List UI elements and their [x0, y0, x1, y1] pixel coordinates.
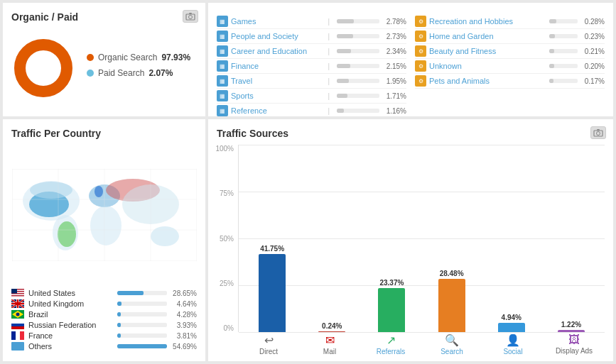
- country-bar-wrap: [117, 333, 167, 338]
- cat-bar-container: [549, 79, 578, 83]
- categories-grid: ▦ Games | 2.78% ▦ People and Society | 2…: [217, 14, 605, 116]
- cat-bar: [337, 109, 344, 113]
- paid-value: 2.07%: [148, 68, 173, 78]
- cat-pct: 1.71%: [384, 92, 406, 100]
- cat-pct: 0.20%: [582, 62, 605, 70]
- y-label: 0%: [224, 324, 234, 332]
- cat-icon: ▦: [217, 31, 228, 42]
- y-axis: 100%75%50%25%0%: [217, 145, 238, 332]
- bar-value-label: 41.75%: [260, 245, 284, 253]
- cat-bar: [337, 19, 354, 23]
- cat-pct: 2.78%: [384, 18, 406, 26]
- country-row: France3.81%: [11, 331, 197, 340]
- traffic-sources-title: Traffic Sources: [217, 128, 605, 139]
- cat-bar-sep: |: [328, 33, 330, 40]
- x-axis-item: 🔍Search: [421, 333, 482, 355]
- legend: Organic Search 97.93% Paid Search 2.07%: [87, 53, 190, 84]
- cat-name: Beauty and Fitness: [429, 47, 545, 55]
- flag: [11, 289, 24, 297]
- bar-group: 4.94%: [482, 145, 541, 332]
- category-row: ⚙ Unknown 0.20%: [415, 59, 605, 74]
- svg-rect-46: [20, 331, 24, 340]
- category-row: ▦ Reference | 1.16%: [217, 104, 406, 116]
- cat-icon: ▦: [217, 16, 228, 27]
- cat-pct: 2.73%: [384, 33, 406, 40]
- x-icon: 👤: [506, 333, 520, 347]
- organic-dot: [87, 54, 94, 61]
- cat-bar-container: [337, 79, 379, 83]
- x-label: Display Ads: [556, 347, 593, 355]
- x-axis: ↩Direct✉Mail↗Referrals🔍Search👤Social🖼Dis…: [217, 332, 605, 355]
- country-name: Others: [28, 342, 113, 351]
- category-row: ⚙ Pets and Animals 0.17%: [415, 74, 605, 89]
- cat-icon: ⚙: [415, 31, 426, 42]
- category-row: ⚙ Beauty and Fitness 0.21%: [415, 44, 605, 59]
- country-bar: [117, 302, 121, 306]
- svg-point-4: [20, 45, 67, 92]
- country-bar-wrap: [117, 344, 167, 348]
- svg-rect-45: [16, 331, 20, 340]
- svg-rect-28: [11, 289, 17, 294]
- x-icon: 🔍: [445, 333, 459, 347]
- cat-bar: [337, 49, 351, 53]
- svg-rect-49: [597, 129, 600, 131]
- x-axis-item: 👤Social: [482, 333, 544, 355]
- cat-icon: ▦: [217, 75, 228, 87]
- cat-name: Home and Garden: [429, 32, 545, 40]
- y-label: 100%: [215, 145, 234, 153]
- flag: [11, 310, 24, 319]
- cat-bar-sep: |: [328, 77, 330, 85]
- svg-rect-43: [11, 326, 24, 329]
- svg-rect-27: [11, 297, 24, 298]
- cat-bar-container: [337, 49, 379, 53]
- svg-point-1: [189, 16, 193, 19]
- category-row: ▦ Career and Education | 2.34%: [217, 44, 406, 59]
- cat-name: Unknown: [429, 62, 545, 70]
- traffic-sources-card: Traffic Sources 100%75%50%25%0% 41.75%0.…: [208, 119, 613, 361]
- country-title: Traffic Per Country: [11, 128, 197, 139]
- cat-bar-sep: |: [328, 18, 330, 26]
- cat-icon: ▦: [217, 60, 228, 72]
- cat-bar: [549, 64, 554, 68]
- country-pct: 4.28%: [171, 311, 197, 319]
- svg-point-10: [58, 221, 76, 247]
- svg-rect-26: [11, 294, 24, 296]
- bar-rect: [438, 279, 465, 332]
- y-label: 75%: [220, 189, 234, 197]
- country-bar: [117, 312, 121, 316]
- cat-name: People and Society: [231, 32, 325, 40]
- camera-icon-2[interactable]: [590, 126, 606, 139]
- y-label: 50%: [220, 235, 234, 243]
- bar-rect: [498, 323, 525, 332]
- categories-card: ▦ Games | 2.78% ▦ People and Society | 2…: [208, 3, 613, 116]
- bar-rect: [558, 330, 585, 332]
- cat-icon: ⚙: [415, 45, 426, 57]
- cat-bar-container: [337, 19, 379, 23]
- category-row: ▦ Sports | 1.71%: [217, 89, 406, 104]
- flag: [11, 331, 24, 340]
- donut-section: Organic Search 97.93% Paid Search 2.07%: [11, 28, 197, 108]
- x-axis-item: ✉Mail: [299, 333, 360, 355]
- country-name: Russian Federation: [28, 321, 113, 329]
- cat-icon: ⚙: [415, 60, 426, 72]
- svg-point-48: [597, 132, 600, 136]
- country-name: United Kingdom: [28, 299, 113, 308]
- flag: [11, 321, 24, 329]
- bar-group: 41.75%: [242, 145, 302, 332]
- bar-rect: [318, 331, 345, 332]
- cat-bar-sep: |: [328, 48, 330, 55]
- x-axis-item: ↩Direct: [238, 333, 299, 355]
- country-row: United States28.65%: [11, 289, 197, 297]
- cat-bar: [549, 19, 556, 23]
- cat-pct: 0.28%: [582, 18, 605, 26]
- x-label: Search: [441, 348, 463, 355]
- donut-chart: [11, 36, 75, 100]
- cat-bar: [337, 94, 347, 98]
- organic-value: 97.93%: [161, 53, 190, 62]
- x-label: Social: [503, 348, 522, 355]
- x-icon: ↩: [264, 333, 274, 347]
- x-axis-item: 🖼Display Ads: [544, 333, 605, 355]
- camera-icon[interactable]: [183, 10, 198, 23]
- cat-bar-container: [549, 49, 578, 53]
- cat-pct: 1.95%: [384, 77, 406, 85]
